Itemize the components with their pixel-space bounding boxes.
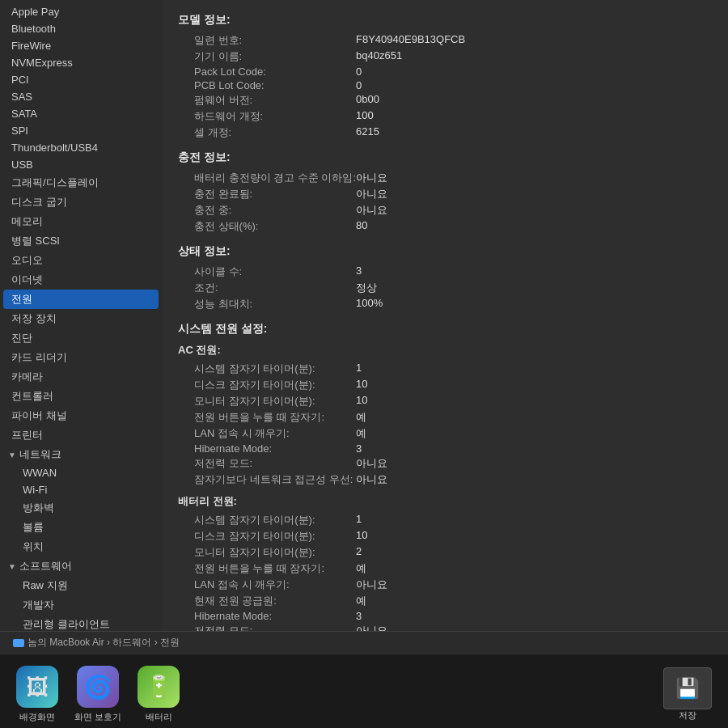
sidebar-item-graphics[interactable]: 그래픽/디스플레이	[0, 173, 162, 193]
info-row: Pack Lot Code:0	[194, 65, 712, 78]
info-value: 예	[356, 410, 366, 425]
sidebar-item-location[interactable]: 위치	[0, 537, 162, 557]
info-label: 성능 최대치:	[194, 297, 356, 311]
dock-item-battery[interactable]: 🔋 배터리	[138, 666, 180, 723]
info-row: 기기 이름:bq40z651	[194, 49, 712, 65]
sidebar-item-wifi[interactable]: Wi-Fi	[0, 481, 162, 498]
info-label: 디스크 잠자기 타이머(분):	[194, 378, 356, 392]
sidebar-item-ethernet[interactable]: 이더넷	[0, 270, 162, 290]
info-label: 저전력 모드:	[194, 456, 356, 471]
info-row: 성능 최대치:100%	[194, 296, 712, 312]
network-arrow-icon: ▼	[8, 451, 16, 459]
info-row: 사이클 수:3	[194, 264, 712, 280]
screensaver-icon: 🌀	[77, 666, 119, 708]
info-value: 100	[356, 109, 374, 124]
info-row: 충전 상태(%):80	[194, 218, 712, 235]
info-value: 10	[356, 529, 367, 544]
software-group-label: 소프트웨어	[19, 559, 72, 574]
sidebar-item-storage[interactable]: 저장 장치	[0, 309, 162, 328]
info-label: 시스템 잠자기 타이머(분):	[194, 362, 356, 376]
info-row: 잠자기보다 네트워크 접근성 우선:아니요	[194, 472, 712, 488]
info-value: 2	[356, 545, 362, 560]
battery-icon: 🔋	[138, 666, 180, 708]
sidebar-item-sata[interactable]: SATA	[0, 105, 162, 122]
info-label: 현재 전원 공급원:	[194, 594, 356, 608]
info-value: 아니요	[356, 472, 387, 487]
info-row: Hibernate Mode:3	[194, 609, 712, 623]
sidebar-item-camera[interactable]: 카메라	[0, 367, 162, 387]
sidebar-item-spi[interactable]: SPI	[0, 122, 162, 139]
info-label: LAN 접속 시 깨우기:	[194, 578, 356, 592]
info-value: 3	[356, 265, 362, 279]
info-label: 충전 상태(%):	[194, 219, 356, 234]
info-label: 셀 개정:	[194, 125, 356, 140]
sidebar-item-disk-burn[interactable]: 디스크 굽기	[0, 193, 162, 212]
info-value: 100%	[356, 297, 383, 311]
info-label: 모니터 잠자기 타이머(분):	[194, 545, 356, 560]
sidebar-item-diagnostics[interactable]: 진단	[0, 328, 162, 348]
sidebar-item-thunderbolt[interactable]: Thunderbolt/USB4	[0, 139, 162, 156]
model-fields: 일련 번호:F8Y40940E9B13QFCB기기 이름:bq40z651Pac…	[194, 32, 712, 141]
info-label: 충전 중:	[194, 203, 356, 218]
info-label: 잠자기보다 네트워크 접근성 우선:	[194, 472, 356, 487]
charge-fields: 배터리 충전량이 경고 수준 이하임:아니요충전 완료됨:아니요충전 중:아니요…	[194, 170, 712, 235]
sidebar-item-raw[interactable]: Raw 지원	[0, 576, 162, 595]
sidebar-item-volume[interactable]: 볼륨	[0, 518, 162, 537]
info-value: 0	[356, 66, 362, 78]
software-group-toggle[interactable]: ▼ 소프트웨어	[0, 557, 162, 576]
sidebar-item-memory[interactable]: 메모리	[0, 212, 162, 231]
info-value: 1	[356, 362, 362, 376]
info-label: Hibernate Mode:	[194, 442, 356, 455]
sidebar-item-card-reader[interactable]: 카드 리더기	[0, 348, 162, 367]
sidebar-item-firewall[interactable]: 방화벽	[0, 498, 162, 518]
sidebar-item-power[interactable]: 전원	[3, 290, 159, 309]
info-row: 펌웨어 버전:0b00	[194, 92, 712, 108]
battery-fields: 시스템 잠자기 타이머(분):1디스크 잠자기 타이머(분):10모니터 잠자기…	[194, 512, 712, 631]
info-row: 셀 개정:6215	[194, 125, 712, 141]
info-value: 3	[356, 442, 362, 455]
wallpaper-label: 배경화면	[19, 711, 55, 723]
sidebar-item-fiber-channel[interactable]: 파이버 채널	[0, 406, 162, 425]
screensaver-label: 화면 보호기	[74, 711, 121, 723]
info-label: Pack Lot Code:	[194, 66, 356, 78]
model-info-block: 모델 정보: 일련 번호:F8Y40940E9B13QFCB기기 이름:bq40…	[178, 13, 712, 141]
info-row: LAN 접속 시 깨우기:예	[194, 425, 712, 442]
storage-label: 저장	[663, 709, 712, 722]
charge-title: 충전 정보:	[178, 150, 712, 165]
sidebar-item-printer[interactable]: 프린터	[0, 425, 162, 445]
info-label: 시스템 잠자기 타이머(분):	[194, 513, 356, 527]
info-value: 아니요	[356, 187, 387, 201]
sidebar: Apple PayBluetoothFireWireNVMExpressPCIS…	[0, 0, 162, 631]
sidebar-item-bluetooth[interactable]: Bluetooth	[0, 20, 162, 37]
info-value: 아니요	[356, 578, 387, 592]
battery-label: 배터리	[146, 711, 172, 723]
sidebar-item-controller[interactable]: 컨트롤러	[0, 387, 162, 406]
network-group-toggle[interactable]: ▼ 네트워크	[0, 445, 162, 464]
sidebar-item-nvmexpress[interactable]: NVMExpress	[0, 54, 162, 71]
status-title: 상태 정보:	[178, 244, 712, 259]
sidebar-item-managed-client[interactable]: 관리형 클라이언트	[0, 615, 162, 631]
sidebar-item-audio[interactable]: 오디오	[0, 251, 162, 270]
sidebar-item-parallel-scsi[interactable]: 병렬 SCSI	[0, 231, 162, 251]
sidebar-item-usb[interactable]: USB	[0, 156, 162, 173]
sidebar-item-firewire[interactable]: FireWire	[0, 37, 162, 54]
dock-item-screensaver[interactable]: 🌀 화면 보호기	[74, 666, 121, 723]
info-label: LAN 접속 시 깨우기:	[194, 426, 356, 441]
ac-fields: 시스템 잠자기 타이머(분):1디스크 잠자기 타이머(분):10모니터 잠자기…	[194, 361, 712, 488]
info-row: 조건:정상	[194, 280, 712, 296]
info-label: 기기 이름:	[194, 49, 356, 64]
system-power-block: 시스템 전원 설정: AC 전원: 시스템 잠자기 타이머(분):1디스크 잠자…	[178, 322, 712, 631]
sidebar-item-sas[interactable]: SAS	[0, 88, 162, 105]
info-label: 사이클 수:	[194, 265, 356, 279]
info-row: 배터리 충전량이 경고 수준 이하임:아니요	[194, 170, 712, 186]
storage-icon: 💾	[663, 667, 712, 709]
status-fields: 사이클 수:3조건:정상성능 최대치:100%	[194, 264, 712, 312]
dock-item-wallpaper[interactable]: 🖼 배경화면	[16, 666, 58, 723]
info-row: 저전력 모드:아니요	[194, 623, 712, 631]
sidebar-item-wwan[interactable]: WWAN	[0, 464, 162, 481]
sidebar-item-pci[interactable]: PCI	[0, 71, 162, 88]
sidebar-item-apple-pay[interactable]: Apple Pay	[0, 3, 162, 20]
info-row: 모니터 잠자기 타이머(분):10	[194, 393, 712, 409]
sidebar-item-developer[interactable]: 개발자	[0, 595, 162, 615]
charge-info-block: 충전 정보: 배터리 충전량이 경고 수준 이하임:아니요충전 완료됨:아니요충…	[178, 150, 712, 235]
